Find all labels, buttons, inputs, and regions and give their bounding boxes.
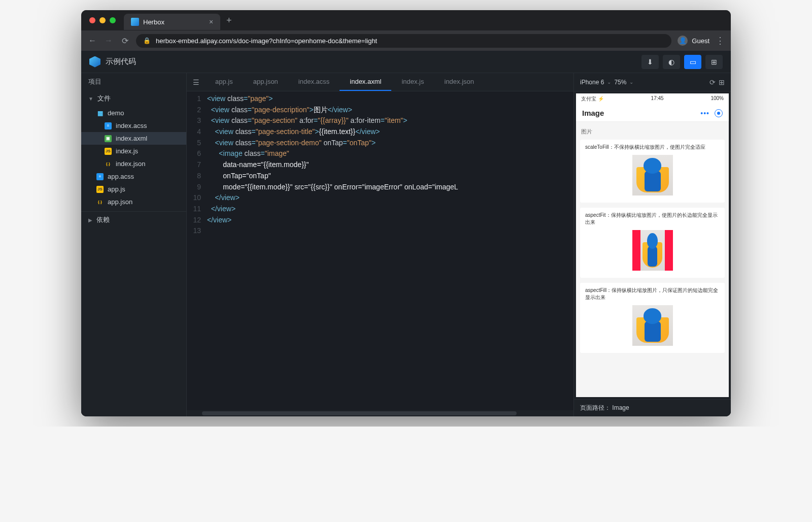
editor-tab-index-acss[interactable]: index.acss [288, 73, 340, 91]
page-title: 示例代码 [106, 57, 136, 67]
dependencies-section-toggle[interactable]: ▶ 依赖 [81, 211, 186, 228]
js-file-icon: JS [96, 186, 104, 193]
editor-tab-index-js[interactable]: index.js [391, 73, 434, 91]
download-button[interactable]: ⬇ [641, 55, 659, 69]
chevron-down-icon: ⌄ [607, 79, 611, 85]
url-text: herbox-embed.alipay.com/s/doc-image?chIn… [156, 37, 377, 45]
editor-tab-index-json[interactable]: index.json [434, 73, 485, 91]
forward-button[interactable]: → [104, 36, 114, 45]
editor-tab-app-json[interactable]: app.json [243, 73, 288, 91]
code-line[interactable]: 8 onTap="onTap" [187, 171, 573, 182]
code-line[interactable]: 5 <view class="page-section-demo" onTap=… [187, 138, 573, 149]
minimize-window-icon[interactable] [99, 17, 106, 23]
demo-image[interactable] [632, 155, 673, 195]
file-app-acss[interactable]: ≡app.acss [81, 170, 186, 183]
code-line[interactable]: 10 </view> [187, 192, 573, 204]
demo-aspectFit: aspectFit：保持纵横比缩放图片，使图片的长边能完全显示出来 [580, 208, 725, 278]
zoom-selector[interactable]: 75% ⌄ [614, 79, 633, 86]
layout-icon[interactable]: ⊞ [719, 78, 725, 86]
code-line[interactable]: 3 <view class="page-section" a:for="{{ar… [187, 115, 573, 126]
line-number: 8 [187, 171, 207, 182]
line-number: 9 [187, 182, 207, 193]
code-line[interactable]: 13 [187, 225, 573, 237]
back-button[interactable]: ← [87, 36, 97, 45]
footer-path: Image [612, 404, 629, 411]
file-name: index.js [116, 147, 138, 155]
demo-image[interactable] [632, 230, 673, 271]
app-logo-icon [89, 56, 100, 68]
js-file-icon: JS [105, 148, 112, 155]
preview-phone: 支付宝 ⚡ 17:45 100% Image ••• 图片 scaleToFil… [576, 93, 729, 397]
line-number: 6 [187, 148, 207, 159]
code-line[interactable]: 11 </view> [187, 204, 573, 215]
line-number: 5 [187, 138, 207, 149]
target-icon[interactable] [715, 109, 723, 117]
file-app-js[interactable]: JSapp.js [81, 183, 186, 195]
maximize-window-icon[interactable] [110, 17, 116, 23]
address-bar[interactable]: 🔒 herbox-embed.alipay.com/s/doc-image?ch… [136, 34, 671, 48]
line-number: 3 [187, 115, 207, 126]
dependencies-label: 依赖 [96, 215, 110, 224]
line-number: 1 [187, 93, 207, 105]
status-carrier: 支付宝 ⚡ [581, 95, 604, 103]
code-line[interactable]: 12</view> [187, 215, 573, 226]
profile-button[interactable]: 👤 Guest [678, 36, 709, 46]
line-number: 10 [187, 192, 207, 204]
file-index-acss[interactable]: ≡index.acss [81, 119, 186, 132]
horizontal-scrollbar[interactable] [187, 410, 573, 416]
hamburger-icon[interactable]: ☰ [187, 78, 205, 86]
files-section-toggle[interactable]: ▼ 文件 [81, 90, 186, 107]
reload-button[interactable]: ⟳ [120, 36, 130, 46]
line-number: 11 [187, 204, 207, 215]
line-number: 2 [187, 105, 207, 116]
code-line[interactable]: 2 <view class="page-description">图片</vie… [187, 105, 573, 116]
file-name: index.acss [116, 122, 147, 129]
device-selector[interactable]: iPhone 6 ⌄ [580, 79, 611, 86]
chevron-down-icon: ▼ [88, 96, 93, 102]
new-tab-button[interactable]: + [226, 15, 232, 26]
demo-image[interactable] [632, 305, 673, 346]
file-name: app.js [108, 185, 125, 193]
close-window-icon[interactable] [89, 17, 95, 23]
demo-scaleToFill: scaleToFill：不保持纵横比缩放图片，使图片完全适应 [580, 140, 725, 203]
json-file-icon: {.} [96, 199, 104, 206]
css-file-icon: ≡ [96, 173, 104, 180]
close-tab-icon[interactable]: × [209, 18, 213, 26]
editor-tab-index-axml[interactable]: index.axml [340, 73, 391, 91]
code-line[interactable]: 9 mode="{{item.mode}}" src="{{src}}" onE… [187, 182, 573, 193]
chevron-down-icon: ⌄ [629, 79, 633, 85]
device-preview-button[interactable]: ▭ [684, 55, 701, 69]
file-app-json[interactable]: {.}app.json [81, 195, 186, 208]
demo-desc: scaleToFill：不保持纵横比缩放图片，使图片完全适应 [585, 144, 720, 151]
axml-file-icon: ▣ [105, 135, 112, 142]
footer-label: 页面路径： [580, 404, 611, 411]
demo-desc: aspectFill：保持纵横比缩放图片，只保证图片的短边能完全显示出来 [585, 287, 720, 301]
file-name: index.json [116, 160, 146, 168]
theme-button[interactable]: ◐ [663, 55, 680, 69]
tab-title: Herbox [143, 18, 164, 26]
line-number: 7 [187, 159, 207, 171]
code-line[interactable]: 6 <image class="image" [187, 148, 573, 159]
device-name: iPhone 6 [580, 79, 604, 86]
preview-footer: 页面路径： Image [574, 399, 731, 416]
grid-button[interactable]: ⊞ [705, 55, 723, 69]
folder-name: demo [108, 109, 124, 117]
avatar-icon: 👤 [678, 36, 688, 46]
more-icon[interactable]: ••• [700, 109, 709, 117]
browser-tab[interactable]: Herbox × [124, 14, 220, 30]
code-line[interactable]: 4 <view class="page-section-title">{{ite… [187, 126, 573, 138]
code-line[interactable]: 1<view class="page"> [187, 93, 573, 105]
status-battery: 100% [710, 95, 724, 103]
file-index-js[interactable]: JSindex.js [81, 145, 186, 157]
folder-icon: ▦ [96, 110, 104, 117]
code-line[interactable]: 7 data-name="{{item.mode}}" [187, 159, 573, 171]
file-name: app.acss [108, 173, 134, 180]
file-index-json[interactable]: {.}index.json [81, 157, 186, 170]
file-index-axml[interactable]: ▣index.axml [81, 132, 186, 145]
refresh-preview-icon[interactable]: ⟳ [709, 78, 716, 86]
editor-tab-app-js[interactable]: app.js [205, 73, 243, 91]
line-number: 13 [187, 225, 207, 237]
window-traffic-lights[interactable] [89, 17, 116, 23]
folder-demo[interactable]: ▦ demo [81, 107, 186, 119]
browser-menu-icon[interactable]: ⋮ [716, 35, 725, 46]
